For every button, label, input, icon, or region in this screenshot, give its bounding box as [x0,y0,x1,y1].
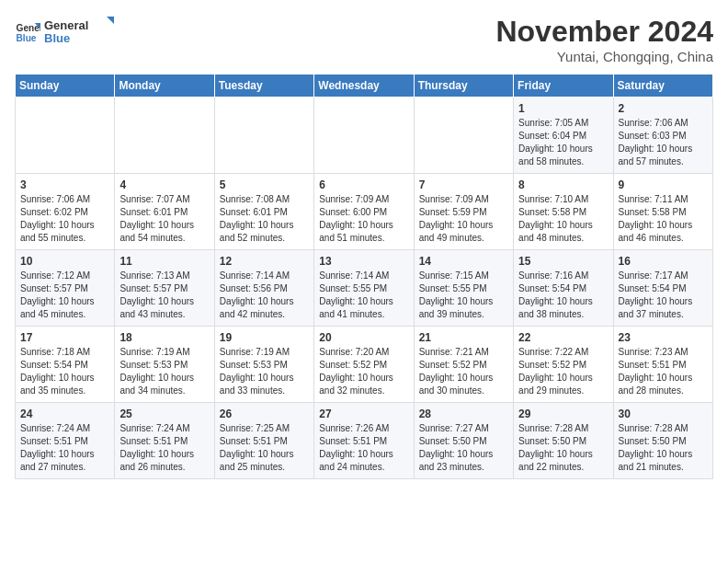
day-number: 29 [518,408,608,420]
calendar-cell: 22Sunrise: 7:22 AM Sunset: 5:52 PM Dayli… [514,327,613,403]
calendar-cell: 20Sunrise: 7:20 AM Sunset: 5:52 PM Dayli… [314,327,414,403]
day-content: Sunrise: 7:18 AM Sunset: 5:54 PM Dayligh… [20,346,109,397]
day-number: 24 [20,408,109,420]
day-number: 11 [119,255,209,268]
calendar-cell: 14Sunrise: 7:15 AM Sunset: 5:55 PM Dayli… [414,250,513,327]
calendar-cell: 19Sunrise: 7:19 AM Sunset: 5:53 PM Dayli… [214,327,313,403]
calendar-cell: 4Sunrise: 7:07 AM Sunset: 6:01 PM Daylig… [115,174,214,250]
calendar-cell: 18Sunrise: 7:19 AM Sunset: 5:53 PM Dayli… [115,327,214,403]
calendar-cell [314,98,414,174]
header-day: Monday [115,75,214,98]
day-number: 4 [119,178,209,191]
calendar-cell: 28Sunrise: 7:27 AM Sunset: 5:50 PM Dayli… [414,403,513,479]
calendar-week-row: 24Sunrise: 7:24 AM Sunset: 5:51 PM Dayli… [16,403,713,479]
calendar-cell: 27Sunrise: 7:26 AM Sunset: 5:51 PM Dayli… [314,403,414,479]
header-day: Wednesday [314,75,414,98]
day-content: Sunrise: 7:07 AM Sunset: 6:01 PM Dayligh… [119,193,209,245]
svg-text:Blue: Blue [17,33,37,43]
calendar-cell: 10Sunrise: 7:12 AM Sunset: 5:57 PM Dayli… [16,250,115,327]
calendar-cell: 30Sunrise: 7:28 AM Sunset: 5:50 PM Dayli… [613,403,712,479]
day-number: 5 [220,178,309,191]
calendar-cell: 7Sunrise: 7:09 AM Sunset: 5:59 PM Daylig… [414,174,513,250]
calendar-cell: 21Sunrise: 7:21 AM Sunset: 5:52 PM Dayli… [414,327,513,403]
logo-svg: General Blue [44,15,118,48]
day-content: Sunrise: 7:06 AM Sunset: 6:02 PM Dayligh… [20,193,109,245]
day-number: 26 [220,408,309,420]
day-content: Sunrise: 7:17 AM Sunset: 5:54 PM Dayligh… [619,270,708,321]
day-number: 3 [20,178,109,191]
day-content: Sunrise: 7:23 AM Sunset: 5:51 PM Dayligh… [619,346,708,397]
calendar-cell: 6Sunrise: 7:09 AM Sunset: 6:00 PM Daylig… [314,174,414,250]
day-content: Sunrise: 7:24 AM Sunset: 5:51 PM Dayligh… [20,422,109,474]
calendar-cell: 5Sunrise: 7:08 AM Sunset: 6:01 PM Daylig… [214,174,313,250]
calendar-table: SundayMondayTuesdayWednesdayThursdayFrid… [15,74,713,479]
day-content: Sunrise: 7:27 AM Sunset: 5:50 PM Dayligh… [419,422,508,474]
calendar-cell: 25Sunrise: 7:24 AM Sunset: 5:51 PM Dayli… [115,403,214,479]
header-day: Tuesday [214,75,313,98]
calendar-cell: 17Sunrise: 7:18 AM Sunset: 5:54 PM Dayli… [16,327,115,403]
day-number: 18 [119,331,209,344]
day-content: Sunrise: 7:08 AM Sunset: 6:01 PM Dayligh… [220,193,309,245]
day-number: 28 [419,408,508,420]
day-content: Sunrise: 7:12 AM Sunset: 5:57 PM Dayligh… [20,270,109,321]
calendar-cell: 26Sunrise: 7:25 AM Sunset: 5:51 PM Dayli… [214,403,313,479]
day-content: Sunrise: 7:09 AM Sunset: 5:59 PM Dayligh… [419,193,508,245]
logo-icon: General Blue [15,20,40,46]
day-content: Sunrise: 7:22 AM Sunset: 5:52 PM Dayligh… [518,346,608,397]
day-number: 1 [518,102,608,115]
day-content: Sunrise: 7:19 AM Sunset: 5:53 PM Dayligh… [220,346,309,397]
day-number: 17 [20,331,109,344]
calendar-week-row: 17Sunrise: 7:18 AM Sunset: 5:54 PM Dayli… [16,327,713,403]
day-number: 23 [619,331,708,344]
day-number: 9 [619,178,708,191]
day-content: Sunrise: 7:25 AM Sunset: 5:51 PM Dayligh… [220,422,309,474]
calendar-cell: 2Sunrise: 7:06 AM Sunset: 6:03 PM Daylig… [613,98,712,174]
calendar-cell: 24Sunrise: 7:24 AM Sunset: 5:51 PM Dayli… [16,403,115,479]
header-day: Thursday [414,75,513,98]
day-content: Sunrise: 7:14 AM Sunset: 5:56 PM Dayligh… [220,270,309,321]
calendar-cell: 12Sunrise: 7:14 AM Sunset: 5:56 PM Dayli… [214,250,313,327]
calendar-week-row: 10Sunrise: 7:12 AM Sunset: 5:57 PM Dayli… [16,250,713,327]
calendar-cell: 16Sunrise: 7:17 AM Sunset: 5:54 PM Dayli… [613,250,712,327]
day-content: Sunrise: 7:13 AM Sunset: 5:57 PM Dayligh… [119,270,209,321]
location: Yuntai, Chongqing, China [495,49,713,64]
day-content: Sunrise: 7:24 AM Sunset: 5:51 PM Dayligh… [119,422,209,474]
svg-text:Blue: Blue [44,31,70,45]
calendar-cell: 9Sunrise: 7:11 AM Sunset: 5:58 PM Daylig… [613,174,712,250]
svg-text:General: General [44,18,88,32]
day-content: Sunrise: 7:26 AM Sunset: 5:51 PM Dayligh… [319,422,408,474]
title-block: November 2024 Yuntai, Chongqing, China [495,15,713,64]
day-number: 7 [419,178,508,191]
day-content: Sunrise: 7:09 AM Sunset: 6:00 PM Dayligh… [319,193,408,245]
calendar-cell: 1Sunrise: 7:05 AM Sunset: 6:04 PM Daylig… [514,98,613,174]
calendar-cell [214,98,313,174]
calendar-cell: 3Sunrise: 7:06 AM Sunset: 6:02 PM Daylig… [16,174,115,250]
calendar-cell: 11Sunrise: 7:13 AM Sunset: 5:57 PM Dayli… [115,250,214,327]
header-day: Saturday [613,75,712,98]
day-content: Sunrise: 7:15 AM Sunset: 5:55 PM Dayligh… [419,270,508,321]
calendar-cell [414,98,513,174]
svg-marker-6 [107,17,114,24]
day-number: 2 [619,102,708,115]
page-header: General Blue General Blue November 2024 … [15,15,713,64]
calendar-cell: 23Sunrise: 7:23 AM Sunset: 5:51 PM Dayli… [613,327,712,403]
header-day: Friday [514,75,613,98]
header-day: Sunday [16,75,115,98]
day-content: Sunrise: 7:11 AM Sunset: 5:58 PM Dayligh… [619,193,708,245]
calendar-cell: 13Sunrise: 7:14 AM Sunset: 5:55 PM Dayli… [314,250,414,327]
day-content: Sunrise: 7:28 AM Sunset: 5:50 PM Dayligh… [619,422,708,474]
day-number: 22 [518,331,608,344]
day-number: 25 [119,408,209,420]
header-row: SundayMondayTuesdayWednesdayThursdayFrid… [16,75,713,98]
day-number: 13 [319,255,408,268]
day-content: Sunrise: 7:05 AM Sunset: 6:04 PM Dayligh… [518,117,608,168]
month-title: November 2024 [495,15,713,49]
day-number: 30 [619,408,708,420]
day-content: Sunrise: 7:19 AM Sunset: 5:53 PM Dayligh… [119,346,209,397]
calendar-cell: 15Sunrise: 7:16 AM Sunset: 5:54 PM Dayli… [514,250,613,327]
calendar-cell [16,98,115,174]
day-number: 15 [518,255,608,268]
day-number: 20 [319,331,408,344]
day-number: 21 [419,331,508,344]
day-content: Sunrise: 7:21 AM Sunset: 5:52 PM Dayligh… [419,346,508,397]
